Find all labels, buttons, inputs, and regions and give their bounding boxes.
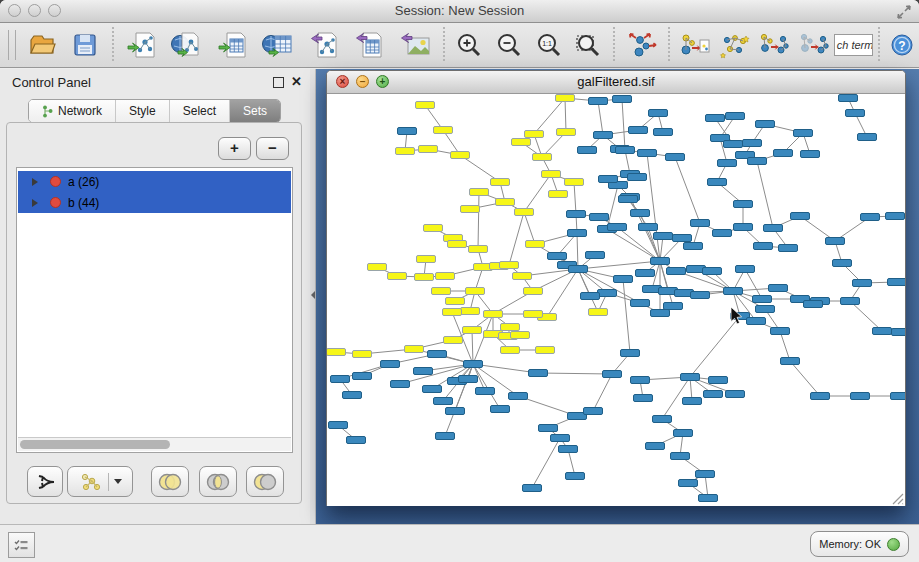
graph-node[interactable]: [594, 132, 613, 139]
graph-node[interactable]: [542, 171, 561, 178]
graph-node[interactable]: [463, 327, 482, 334]
graph-node[interactable]: [432, 288, 451, 295]
graph-node[interactable]: [608, 224, 627, 231]
graph-edge[interactable]: [568, 449, 575, 476]
zoom-out-button[interactable]: [489, 25, 529, 65]
add-set-button[interactable]: +: [218, 137, 251, 160]
graph-node[interactable]: [533, 154, 552, 161]
remove-set-button[interactable]: −: [256, 137, 289, 160]
graph-node[interactable]: [649, 110, 668, 117]
graph-node[interactable]: [584, 408, 603, 415]
graph-node[interactable]: [443, 309, 462, 316]
tab-style[interactable]: Style: [116, 100, 170, 122]
graph-node[interactable]: [628, 174, 647, 181]
export-table-button[interactable]: [347, 25, 393, 65]
graph-node[interactable]: [327, 349, 346, 356]
graph-node[interactable]: [691, 292, 710, 299]
difference-sets-button[interactable]: [246, 466, 284, 497]
graph-edge[interactable]: [460, 155, 500, 182]
select-from-file-button[interactable]: [675, 25, 715, 65]
graph-node[interactable]: [654, 233, 673, 240]
graph-node[interactable]: [681, 374, 700, 381]
graph-node[interactable]: [586, 252, 605, 259]
graph-node[interactable]: [448, 241, 467, 248]
graph-node[interactable]: [446, 298, 465, 305]
graph-node[interactable]: [513, 273, 532, 280]
graph-edge[interactable]: [578, 269, 590, 296]
graph-edge[interactable]: [593, 374, 612, 411]
graph-edge[interactable]: [790, 361, 820, 396]
graph-node[interactable]: [556, 95, 575, 102]
set-operation-dropdown[interactable]: [67, 466, 133, 497]
graph-node[interactable]: [331, 376, 350, 383]
graph-node[interactable]: [428, 351, 447, 358]
graph-node[interactable]: [724, 141, 743, 148]
graph-node[interactable]: [419, 146, 438, 153]
network-window-titlebar[interactable]: × – + galFiltered.sif: [327, 71, 905, 94]
graph-node[interactable]: [736, 266, 755, 273]
graph-node[interactable]: [599, 176, 618, 183]
graph-node[interactable]: [801, 151, 820, 158]
graph-edge[interactable]: [578, 261, 660, 269]
memory-status[interactable]: Memory: OK: [810, 531, 909, 557]
select-first-neighbors-button[interactable]: [715, 25, 755, 65]
graph-node[interactable]: [484, 311, 503, 318]
graph-node[interactable]: [696, 471, 715, 478]
graph-node[interactable]: [368, 264, 387, 271]
graph-node[interactable]: [398, 128, 417, 135]
zoom-in-button[interactable]: [450, 25, 490, 65]
graph-edge[interactable]: [509, 212, 524, 265]
graph-node[interactable]: [567, 211, 586, 218]
graph-node[interactable]: [654, 129, 673, 136]
graph-node[interactable]: [388, 273, 407, 280]
new-network-from-selected-edges-button[interactable]: [794, 25, 834, 65]
graph-node[interactable]: [598, 290, 617, 297]
graph-edge[interactable]: [623, 279, 630, 353]
zoom-selected-region-button[interactable]: [568, 25, 608, 65]
graph-node[interactable]: [343, 392, 362, 399]
graph-node[interactable]: [511, 332, 530, 339]
graph-node[interactable]: [748, 158, 767, 165]
import-table-web-button[interactable]: [256, 25, 302, 65]
graph-node[interactable]: [347, 437, 366, 444]
graph-edge[interactable]: [577, 233, 578, 269]
network-view-window[interactable]: × – + galFiltered.sif: [326, 70, 906, 506]
import-network-file-button[interactable]: [119, 25, 165, 65]
graph-node[interactable]: [747, 318, 766, 325]
graph-node[interactable]: [779, 245, 798, 252]
import-table-file-button[interactable]: [210, 25, 256, 65]
graph-node[interactable]: [873, 328, 892, 335]
graph-node[interactable]: [539, 425, 558, 432]
graph-node[interactable]: [734, 201, 753, 208]
expand-triangle-icon[interactable]: [32, 178, 38, 186]
fullscreen-icon[interactable]: [895, 3, 913, 21]
graph-node[interactable]: [811, 393, 830, 400]
graph-node[interactable]: [423, 386, 442, 393]
graph-node[interactable]: [459, 376, 478, 383]
open-session-button[interactable]: [20, 25, 64, 65]
graph-node[interactable]: [536, 347, 555, 354]
intersect-sets-button[interactable]: [199, 466, 237, 497]
export-network-button[interactable]: [301, 25, 347, 65]
graph-node[interactable]: [774, 150, 793, 157]
graph-node[interactable]: [501, 347, 520, 354]
import-network-web-button[interactable]: [165, 25, 211, 65]
graph-node[interactable]: [353, 351, 372, 358]
graph-node[interactable]: [743, 140, 762, 147]
graph-edge[interactable]: [478, 192, 479, 249]
close-panel-icon[interactable]: ✕: [291, 74, 302, 89]
create-set-from-selection-button[interactable]: [27, 466, 63, 497]
graph-node[interactable]: [470, 189, 489, 196]
graph-node[interactable]: [603, 371, 622, 378]
graph-edge[interactable]: [675, 157, 700, 223]
graph-node[interactable]: [794, 130, 813, 137]
graph-node[interactable]: [636, 270, 655, 277]
graph-node[interactable]: [565, 179, 584, 186]
graph-node[interactable]: [353, 373, 372, 380]
network-graph[interactable]: [327, 94, 905, 506]
graph-node[interactable]: [523, 485, 542, 492]
tab-select[interactable]: Select: [170, 100, 230, 122]
graph-edge[interactable]: [574, 182, 576, 214]
graph-node[interactable]: [417, 256, 436, 263]
graph-node[interactable]: [461, 308, 480, 315]
